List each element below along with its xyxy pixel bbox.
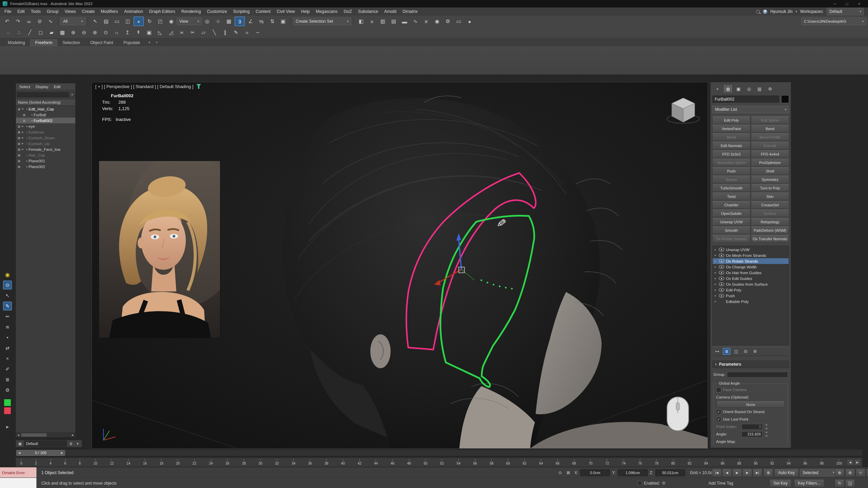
menu-item[interactable]: Animation — [121, 9, 146, 14]
maximize-button[interactable]: □ — [841, 0, 853, 7]
bind-to-space-warp-icon[interactable]: ∿ — [45, 17, 56, 26]
scene-explorer-search-input[interactable] — [17, 92, 69, 97]
hair-brush-icon[interactable]: ✎ — [3, 302, 12, 310]
menu-item[interactable]: Arnold — [381, 9, 399, 14]
rendered-frame-window-icon[interactable]: ▭ — [454, 17, 464, 26]
viewport-label[interactable]: [ + ] [ Perspective ] [ Standard ] [ Def… — [95, 84, 201, 89]
node-display-icon[interactable]: ▣ — [17, 148, 21, 151]
scene-explorer-row[interactable]: ▣ ▸ ● Female_Face_low — [16, 146, 75, 152]
previous-frame-button[interactable]: ◀ — [722, 469, 732, 477]
select-by-name-icon[interactable]: ▤ — [101, 17, 111, 26]
minimize-button[interactable]: ─ — [829, 0, 841, 7]
modifier-button[interactable]: Ox Rotate Strands — [712, 235, 750, 243]
maxscript-mini-listener-input[interactable] — [0, 478, 37, 488]
zoom-icon[interactable]: ⊕ — [835, 469, 844, 477]
menu-item[interactable]: Megascans — [313, 9, 341, 14]
outline-faces-icon[interactable]: ◺ — [155, 28, 165, 37]
scene-explorer-row[interactable]: ▣ ● FurBall — [16, 112, 75, 118]
show-guides-eye-icon[interactable]: ⊙ — [3, 281, 12, 289]
menu-item[interactable]: Civil View — [274, 9, 298, 14]
modifier-stack-row[interactable]: ▸ Ox Guides from Surface — [713, 281, 789, 287]
modifier-button[interactable]: FFD 3x3x3 — [712, 150, 750, 158]
polygon-mode-icon[interactable]: ▰ — [46, 28, 57, 37]
keyboard-shortcut-override-icon[interactable]: ▦ — [224, 17, 234, 26]
unlink-selection-icon[interactable]: ⊘ — [35, 17, 45, 26]
gizmo-center-handle[interactable] — [459, 267, 465, 273]
modifier-button[interactable]: Shell — [751, 167, 789, 175]
modifier-stack-row[interactable]: ▸ Ox Change Width — [713, 264, 789, 270]
expand-arrow-icon[interactable]: ▸ — [22, 148, 25, 151]
ribbon-tab[interactable]: Freeform — [30, 39, 58, 46]
menu-item[interactable]: Customize — [204, 9, 230, 14]
toggle-scene-explorer-icon[interactable]: ▥ — [378, 17, 388, 26]
brush-color-green-swatch[interactable] — [4, 399, 11, 406]
viewport-label-text[interactable]: [ + ] [ Perspective ] [ Standard ] [ Def… — [95, 84, 193, 89]
time-slider-thumb[interactable]: ◀ 0 / 100 ▶ — [16, 450, 65, 456]
orient-based-on-strand-checkbox[interactable]: ✓ — [716, 409, 721, 414]
toggle-ribbon-icon[interactable]: ▬ — [399, 17, 410, 26]
ribbon-tab[interactable]: Object Paint — [85, 39, 118, 46]
selection-filter-dropdown[interactable]: All ▾ — [60, 18, 85, 25]
mirror-strands-icon[interactable]: ⇄ — [3, 344, 12, 352]
menu-item[interactable]: Tools — [28, 9, 44, 14]
scene-explorer-row[interactable]: ▣ ▾ ● Edit_Hair_Cap — [16, 106, 75, 112]
scene-explorer-row[interactable]: ▣ ▸ ● Eyelash_Up — [16, 141, 75, 146]
render-setup-icon[interactable]: ⚙ — [443, 17, 453, 26]
material-editor-icon[interactable]: ◉ — [432, 17, 442, 26]
configure-modifier-sets-icon[interactable]: ⚙ — [751, 348, 759, 355]
modifier-button[interactable]: Edit Normals — [712, 142, 750, 149]
detach-icon[interactable]: ⊖ — [79, 28, 89, 37]
paint-connect-icon[interactable]: ✎ — [231, 28, 241, 37]
show-end-result-icon[interactable]: ≣ — [723, 348, 730, 355]
modifier-stack-row[interactable]: ▸ Edit Poly — [713, 287, 789, 293]
go-to-start-button[interactable]: |◀ — [712, 469, 722, 477]
reference-coordinate-system-dropdown[interactable]: View ▾ — [177, 18, 202, 25]
user-menu-caret-icon[interactable]: ▾ — [795, 10, 797, 13]
modifier-stack-row[interactable]: ▸ Ox Hair from Guides — [713, 270, 789, 276]
expand-arrow-icon[interactable]: ▸ — [22, 125, 25, 128]
menu-item[interactable]: Modifiers — [98, 9, 121, 14]
select-and-manipulate-icon[interactable]: ⊹ — [213, 17, 223, 26]
active-layer-field[interactable]: Default — [24, 441, 67, 447]
point-index-spinner[interactable]: ▴▾ — [764, 423, 769, 430]
utilities-tab-icon[interactable]: ⚙ — [766, 85, 774, 93]
modifier-button[interactable]: Skin — [751, 192, 789, 200]
modifier-button[interactable]: Symmetry — [751, 176, 789, 183]
visibility-toggle-icon[interactable] — [719, 277, 724, 280]
project-folder-dropdown[interactable]: C:\Users\JIN\Desktop\KG ▾ — [801, 18, 866, 25]
toggle-layer-explorer-icon[interactable]: ▤ — [389, 17, 399, 26]
border-mode-icon[interactable]: ◻ — [36, 28, 46, 37]
display-tab-icon[interactable]: ▥ — [755, 85, 764, 93]
angle-spinner[interactable]: ▴▾ — [764, 430, 769, 438]
quick-slice-icon[interactable]: ╲ — [209, 28, 219, 37]
visibility-toggle-icon[interactable] — [719, 259, 724, 263]
degradation-toggle-checkbox[interactable] — [637, 481, 642, 485]
hair-pen-icon[interactable]: ✏ — [3, 312, 12, 321]
modifier-stack-row[interactable]: ▸ Unwrap UVW — [713, 247, 789, 252]
pin-stack-icon[interactable]: ⊶ — [713, 348, 721, 355]
conform-brush-icon[interactable]: ∽ — [253, 28, 263, 37]
scene-explorer-row[interactable]: ▣ ● Hair_Cap — [16, 152, 75, 158]
expand-arrow-icon[interactable]: ▸ — [714, 300, 717, 303]
modifier-button[interactable]: VertexPaint — [712, 125, 750, 133]
mirror-icon[interactable]: ◧ — [356, 17, 366, 26]
element-mode-icon[interactable]: ▩ — [57, 28, 67, 37]
motion-tab-icon[interactable]: ◎ — [745, 85, 753, 93]
scene-explorer-menu[interactable]: Select — [17, 85, 33, 89]
brush-settings-icon[interactable]: ⚙ — [3, 386, 12, 394]
inset-faces-icon[interactable]: ▣ — [144, 28, 154, 37]
relax-brush-icon[interactable]: ≈ — [242, 28, 252, 37]
play-button[interactable]: ▶ — [732, 469, 742, 477]
create-tab-icon[interactable]: + — [713, 85, 722, 93]
angle-snap-toggle-icon[interactable]: ∠ — [245, 17, 256, 26]
pan-icon[interactable]: ⊹ — [856, 469, 865, 477]
menu-item[interactable]: Scripting — [230, 9, 253, 14]
visibility-toggle-icon[interactable] — [719, 248, 724, 251]
spinner-snap-toggle-icon[interactable]: ⇅ — [267, 17, 277, 26]
auto-key-button[interactable]: Auto Key — [774, 469, 798, 477]
cut-tool-icon[interactable]: ✂ — [188, 28, 198, 37]
hierarchy-tab-icon[interactable]: ▣ — [734, 85, 743, 93]
expand-arrow-icon[interactable]: ▸ — [22, 142, 25, 145]
signed-in-user[interactable]: Hyunsuk Jin — [770, 9, 792, 14]
strand-layers-icon[interactable]: ≣ — [3, 375, 12, 384]
